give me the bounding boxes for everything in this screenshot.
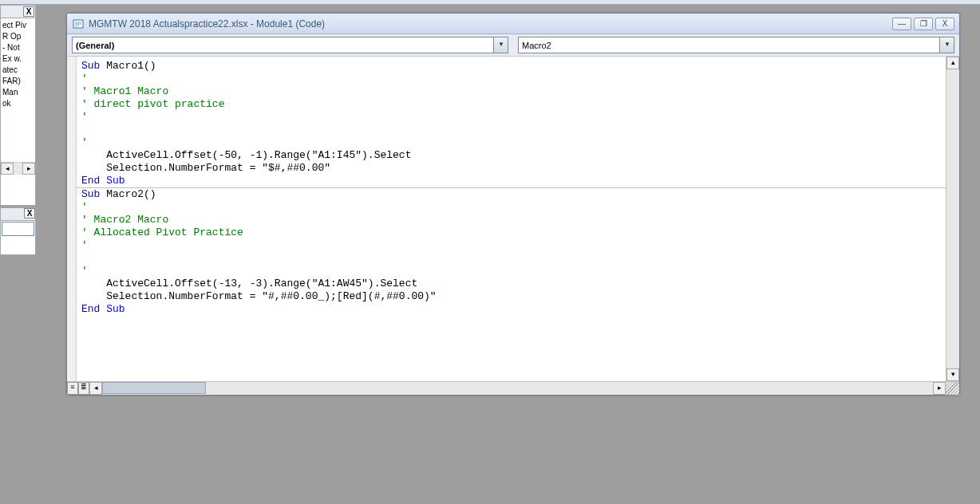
procedure-dropdown[interactable]: Macro2 <box>518 37 954 53</box>
scroll-left-button[interactable]: ◂ <box>1 163 14 175</box>
procedure-view-button[interactable]: ≡ <box>67 382 78 395</box>
project-item[interactable]: Man <box>1 87 35 98</box>
code-bottom-row: ≡ ≣ ◂ ▸ <box>67 381 959 395</box>
procedure-separator <box>77 187 946 188</box>
full-module-view-button[interactable]: ≣ <box>78 382 89 395</box>
module-code-window: MGMTW 2018 Actualspractice22.xlsx - Modu… <box>66 13 960 396</box>
scroll-left-button[interactable]: ◂ <box>89 382 102 395</box>
maximize-button[interactable]: ❐ <box>914 18 933 30</box>
h-scroll-thumb[interactable] <box>102 382 206 394</box>
properties-close-button[interactable]: X <box>24 208 35 219</box>
procedure-dropdown-value: Macro2 <box>522 41 551 50</box>
module-icon <box>72 18 85 30</box>
object-dropdown[interactable]: (General) <box>72 37 508 53</box>
project-item[interactable]: ok <box>1 98 35 109</box>
project-tree[interactable]: ect Piv R Op - Not Ex w. atec FAR) Man o… <box>1 18 35 162</box>
project-item[interactable]: atec <box>1 65 35 76</box>
scroll-down-button[interactable]: ▾ <box>946 368 959 381</box>
view-mode-toggles: ≡ ≣ <box>67 382 89 395</box>
resize-grip[interactable] <box>946 382 959 396</box>
mdi-client-area: MGMTW 2018 Actualspractice22.xlsx - Modu… <box>38 5 980 504</box>
project-item[interactable]: - Not <box>1 42 35 53</box>
scroll-right-button[interactable]: ▸ <box>933 382 946 395</box>
object-dropdown-value: (General) <box>76 41 114 50</box>
code-window-title: MGMTW 2018 Actualspractice22.xlsx - Modu… <box>89 18 892 30</box>
project-item[interactable]: Ex w. <box>1 53 35 65</box>
project-item[interactable]: ect Piv <box>1 20 35 31</box>
horizontal-scrollbar[interactable]: ◂ ▸ <box>89 382 946 395</box>
minimize-button[interactable]: — <box>892 18 911 30</box>
code-dropdown-row: (General) Macro2 <box>67 34 959 57</box>
scroll-right-button[interactable]: ▸ <box>22 163 35 175</box>
code-body: Sub Macro1() ' ' Macro1 Macro ' direct p… <box>67 57 959 381</box>
project-close-button[interactable]: X <box>23 6 34 17</box>
properties-header: X <box>1 208 35 221</box>
project-item[interactable]: R Op <box>1 31 35 42</box>
window-control-buttons: — ❐ X <box>892 18 954 30</box>
project-item[interactable]: FAR) <box>1 76 35 87</box>
close-button[interactable]: X <box>935 18 954 30</box>
scroll-up-button[interactable]: ▴ <box>946 57 959 69</box>
project-explorer-pane: X ect Piv R Op - Not Ex w. atec FAR) Man… <box>0 5 36 206</box>
project-h-scrollbar[interactable]: ◂ ▸ <box>1 162 35 175</box>
code-window-titlebar[interactable]: MGMTW 2018 Actualspractice22.xlsx - Modu… <box>67 14 959 34</box>
vertical-scrollbar[interactable]: ▴ ▾ <box>946 57 959 381</box>
properties-pane: X <box>0 207 36 255</box>
project-pane-header: X <box>1 6 35 18</box>
code-editor[interactable]: Sub Macro1() ' ' Macro1 Macro ' direct p… <box>77 57 946 381</box>
properties-object-dropdown[interactable] <box>2 222 34 236</box>
code-margin <box>67 57 77 381</box>
